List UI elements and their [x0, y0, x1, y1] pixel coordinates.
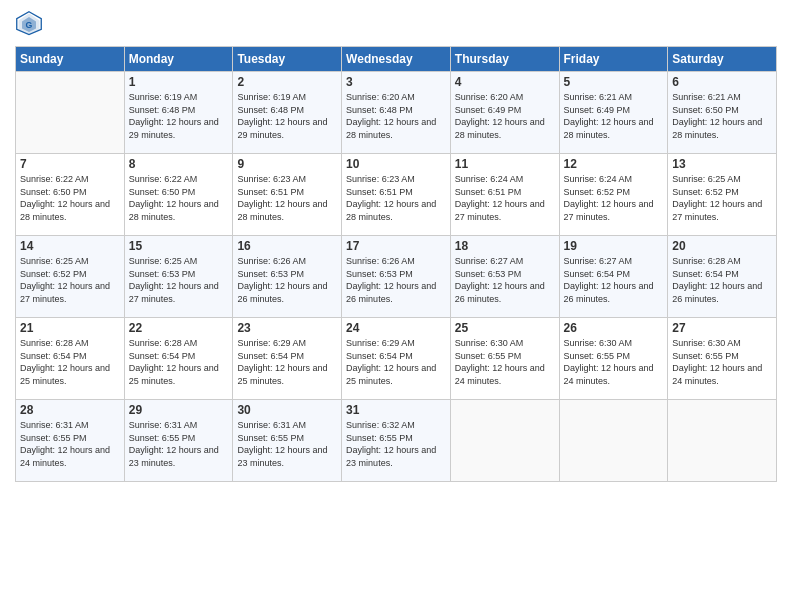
- calendar-cell: 11Sunrise: 6:24 AM Sunset: 6:51 PM Dayli…: [450, 154, 559, 236]
- day-info: Sunrise: 6:31 AM Sunset: 6:55 PM Dayligh…: [237, 419, 337, 469]
- calendar-cell: 12Sunrise: 6:24 AM Sunset: 6:52 PM Dayli…: [559, 154, 668, 236]
- calendar-cell: [668, 400, 777, 482]
- calendar-cell: 18Sunrise: 6:27 AM Sunset: 6:53 PM Dayli…: [450, 236, 559, 318]
- day-info: Sunrise: 6:23 AM Sunset: 6:51 PM Dayligh…: [237, 173, 337, 223]
- day-number: 7: [20, 157, 120, 171]
- day-info: Sunrise: 6:28 AM Sunset: 6:54 PM Dayligh…: [129, 337, 229, 387]
- day-number: 17: [346, 239, 446, 253]
- day-number: 1: [129, 75, 229, 89]
- calendar-week-row: 21Sunrise: 6:28 AM Sunset: 6:54 PM Dayli…: [16, 318, 777, 400]
- day-number: 26: [564, 321, 664, 335]
- day-info: Sunrise: 6:31 AM Sunset: 6:55 PM Dayligh…: [129, 419, 229, 469]
- svg-text:G: G: [26, 20, 33, 30]
- day-info: Sunrise: 6:21 AM Sunset: 6:50 PM Dayligh…: [672, 91, 772, 141]
- day-number: 27: [672, 321, 772, 335]
- calendar-cell: 20Sunrise: 6:28 AM Sunset: 6:54 PM Dayli…: [668, 236, 777, 318]
- day-number: 3: [346, 75, 446, 89]
- day-info: Sunrise: 6:30 AM Sunset: 6:55 PM Dayligh…: [455, 337, 555, 387]
- day-number: 18: [455, 239, 555, 253]
- calendar-cell: 24Sunrise: 6:29 AM Sunset: 6:54 PM Dayli…: [342, 318, 451, 400]
- day-number: 14: [20, 239, 120, 253]
- calendar-cell: 26Sunrise: 6:30 AM Sunset: 6:55 PM Dayli…: [559, 318, 668, 400]
- calendar-week-row: 14Sunrise: 6:25 AM Sunset: 6:52 PM Dayli…: [16, 236, 777, 318]
- day-info: Sunrise: 6:32 AM Sunset: 6:55 PM Dayligh…: [346, 419, 446, 469]
- day-number: 2: [237, 75, 337, 89]
- header: G: [15, 10, 777, 38]
- day-info: Sunrise: 6:24 AM Sunset: 6:51 PM Dayligh…: [455, 173, 555, 223]
- calendar-page: G SundayMondayTuesdayWednesdayThursdayFr…: [0, 0, 792, 612]
- day-info: Sunrise: 6:25 AM Sunset: 6:52 PM Dayligh…: [672, 173, 772, 223]
- day-number: 13: [672, 157, 772, 171]
- calendar-cell: 10Sunrise: 6:23 AM Sunset: 6:51 PM Dayli…: [342, 154, 451, 236]
- day-info: Sunrise: 6:25 AM Sunset: 6:52 PM Dayligh…: [20, 255, 120, 305]
- calendar-cell: 7Sunrise: 6:22 AM Sunset: 6:50 PM Daylig…: [16, 154, 125, 236]
- day-info: Sunrise: 6:22 AM Sunset: 6:50 PM Dayligh…: [129, 173, 229, 223]
- day-number: 24: [346, 321, 446, 335]
- day-number: 21: [20, 321, 120, 335]
- calendar-cell: [16, 72, 125, 154]
- calendar-cell: 21Sunrise: 6:28 AM Sunset: 6:54 PM Dayli…: [16, 318, 125, 400]
- calendar-cell: 22Sunrise: 6:28 AM Sunset: 6:54 PM Dayli…: [124, 318, 233, 400]
- calendar-table: SundayMondayTuesdayWednesdayThursdayFrid…: [15, 46, 777, 482]
- header-day: Monday: [124, 47, 233, 72]
- day-info: Sunrise: 6:25 AM Sunset: 6:53 PM Dayligh…: [129, 255, 229, 305]
- day-number: 25: [455, 321, 555, 335]
- day-info: Sunrise: 6:31 AM Sunset: 6:55 PM Dayligh…: [20, 419, 120, 469]
- calendar-cell: 5Sunrise: 6:21 AM Sunset: 6:49 PM Daylig…: [559, 72, 668, 154]
- calendar-week-row: 28Sunrise: 6:31 AM Sunset: 6:55 PM Dayli…: [16, 400, 777, 482]
- day-number: 15: [129, 239, 229, 253]
- day-info: Sunrise: 6:27 AM Sunset: 6:53 PM Dayligh…: [455, 255, 555, 305]
- day-info: Sunrise: 6:24 AM Sunset: 6:52 PM Dayligh…: [564, 173, 664, 223]
- calendar-cell: 13Sunrise: 6:25 AM Sunset: 6:52 PM Dayli…: [668, 154, 777, 236]
- day-number: 12: [564, 157, 664, 171]
- day-number: 11: [455, 157, 555, 171]
- day-info: Sunrise: 6:19 AM Sunset: 6:48 PM Dayligh…: [129, 91, 229, 141]
- logo-icon: G: [15, 10, 43, 38]
- calendar-week-row: 1Sunrise: 6:19 AM Sunset: 6:48 PM Daylig…: [16, 72, 777, 154]
- day-number: 31: [346, 403, 446, 417]
- day-number: 28: [20, 403, 120, 417]
- day-number: 29: [129, 403, 229, 417]
- day-number: 16: [237, 239, 337, 253]
- header-day: Tuesday: [233, 47, 342, 72]
- day-info: Sunrise: 6:26 AM Sunset: 6:53 PM Dayligh…: [237, 255, 337, 305]
- day-info: Sunrise: 6:22 AM Sunset: 6:50 PM Dayligh…: [20, 173, 120, 223]
- day-info: Sunrise: 6:21 AM Sunset: 6:49 PM Dayligh…: [564, 91, 664, 141]
- day-number: 5: [564, 75, 664, 89]
- calendar-cell: 25Sunrise: 6:30 AM Sunset: 6:55 PM Dayli…: [450, 318, 559, 400]
- calendar-cell: 15Sunrise: 6:25 AM Sunset: 6:53 PM Dayli…: [124, 236, 233, 318]
- calendar-cell: 6Sunrise: 6:21 AM Sunset: 6:50 PM Daylig…: [668, 72, 777, 154]
- day-number: 30: [237, 403, 337, 417]
- calendar-cell: 19Sunrise: 6:27 AM Sunset: 6:54 PM Dayli…: [559, 236, 668, 318]
- calendar-cell: 3Sunrise: 6:20 AM Sunset: 6:48 PM Daylig…: [342, 72, 451, 154]
- logo: G: [15, 10, 45, 38]
- calendar-cell: 4Sunrise: 6:20 AM Sunset: 6:49 PM Daylig…: [450, 72, 559, 154]
- day-info: Sunrise: 6:26 AM Sunset: 6:53 PM Dayligh…: [346, 255, 446, 305]
- day-info: Sunrise: 6:28 AM Sunset: 6:54 PM Dayligh…: [672, 255, 772, 305]
- header-day: Friday: [559, 47, 668, 72]
- day-info: Sunrise: 6:30 AM Sunset: 6:55 PM Dayligh…: [564, 337, 664, 387]
- header-day: Thursday: [450, 47, 559, 72]
- calendar-cell: 14Sunrise: 6:25 AM Sunset: 6:52 PM Dayli…: [16, 236, 125, 318]
- header-day: Wednesday: [342, 47, 451, 72]
- calendar-cell: [559, 400, 668, 482]
- day-info: Sunrise: 6:20 AM Sunset: 6:48 PM Dayligh…: [346, 91, 446, 141]
- calendar-cell: 29Sunrise: 6:31 AM Sunset: 6:55 PM Dayli…: [124, 400, 233, 482]
- calendar-cell: 28Sunrise: 6:31 AM Sunset: 6:55 PM Dayli…: [16, 400, 125, 482]
- calendar-cell: 8Sunrise: 6:22 AM Sunset: 6:50 PM Daylig…: [124, 154, 233, 236]
- header-day: Saturday: [668, 47, 777, 72]
- calendar-cell: 9Sunrise: 6:23 AM Sunset: 6:51 PM Daylig…: [233, 154, 342, 236]
- calendar-cell: 30Sunrise: 6:31 AM Sunset: 6:55 PM Dayli…: [233, 400, 342, 482]
- calendar-cell: 31Sunrise: 6:32 AM Sunset: 6:55 PM Dayli…: [342, 400, 451, 482]
- day-number: 9: [237, 157, 337, 171]
- day-number: 4: [455, 75, 555, 89]
- header-day: Sunday: [16, 47, 125, 72]
- day-number: 6: [672, 75, 772, 89]
- day-number: 8: [129, 157, 229, 171]
- header-row: SundayMondayTuesdayWednesdayThursdayFrid…: [16, 47, 777, 72]
- calendar-cell: 1Sunrise: 6:19 AM Sunset: 6:48 PM Daylig…: [124, 72, 233, 154]
- day-number: 10: [346, 157, 446, 171]
- day-number: 19: [564, 239, 664, 253]
- day-number: 23: [237, 321, 337, 335]
- day-info: Sunrise: 6:29 AM Sunset: 6:54 PM Dayligh…: [237, 337, 337, 387]
